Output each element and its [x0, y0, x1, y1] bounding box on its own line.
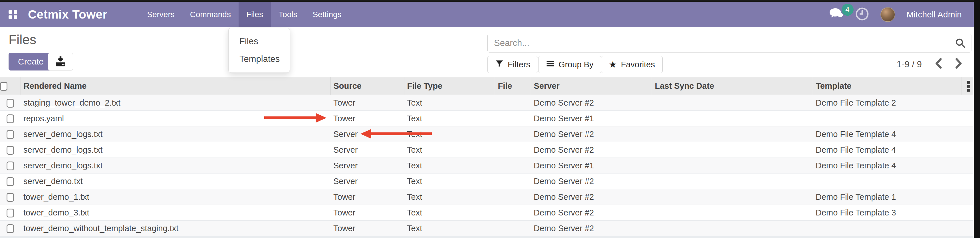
cell-server[interactable]: Demo Server #2 — [531, 221, 652, 236]
cell-last-sync-date[interactable] — [652, 158, 813, 173]
cell-server[interactable]: Demo Server #2 — [531, 95, 652, 111]
column-header-file[interactable]: File — [495, 77, 531, 95]
cell-server[interactable]: Demo Server #1 — [531, 158, 652, 173]
apps-grid-icon[interactable] — [9, 10, 17, 19]
cell-source[interactable]: Server — [331, 158, 404, 173]
cell-source[interactable]: Tower — [331, 95, 404, 111]
row-checkbox[interactable] — [6, 162, 14, 170]
table-row[interactable]: server_demo.txt Server Text Demo Server … — [0, 173, 973, 189]
cell-last-sync-date[interactable] — [652, 173, 813, 189]
group-by-button[interactable]: Group By — [538, 56, 601, 73]
cell-rendered-name[interactable]: server_demo_logs.txt — [21, 158, 331, 173]
cell-file[interactable] — [495, 221, 531, 236]
cell-file-type[interactable]: Text — [404, 95, 495, 111]
cell-last-sync-date[interactable] — [652, 221, 813, 236]
avatar[interactable] — [880, 7, 895, 22]
cell-template[interactable] — [813, 111, 961, 127]
cell-template[interactable] — [813, 173, 961, 189]
menu-item-settings[interactable]: Settings — [305, 2, 349, 27]
favorites-button[interactable]: ★ Favorites — [601, 56, 663, 73]
search-icon[interactable] — [955, 38, 966, 50]
cell-file-type[interactable]: Text — [404, 221, 495, 236]
menu-item-servers[interactable]: Servers — [139, 2, 182, 27]
row-checkbox[interactable] — [6, 177, 14, 186]
row-checkbox[interactable] — [6, 114, 14, 123]
cell-template[interactable]: Demo File Template 4 — [813, 142, 961, 158]
cell-source[interactable]: Server — [331, 142, 404, 158]
create-button[interactable]: Create — [9, 53, 53, 70]
cell-template[interactable]: Demo File Template 4 — [813, 158, 961, 173]
cell-file[interactable] — [495, 127, 531, 142]
row-checkbox[interactable] — [6, 99, 14, 108]
cell-rendered-name[interactable]: tower_demo_1.txt — [21, 189, 331, 205]
cell-file-type[interactable]: Text — [404, 142, 495, 158]
user-menu[interactable]: Mitchell Admin — [907, 10, 962, 19]
cell-server[interactable]: Demo Server #2 — [531, 127, 652, 142]
cell-server[interactable]: Demo Server #2 — [531, 142, 652, 158]
column-header-file-type[interactable]: File Type — [404, 77, 495, 95]
cell-template[interactable]: Demo File Template 4 — [813, 127, 961, 142]
cell-file-type[interactable]: Text — [404, 205, 495, 221]
cell-rendered-name[interactable]: server_demo_logs.txt — [21, 127, 331, 142]
menu-item-tools[interactable]: Tools — [271, 2, 305, 27]
cell-server[interactable]: Demo Server #2 — [531, 205, 652, 221]
cell-source[interactable]: Server — [331, 127, 404, 142]
table-row[interactable]: server_demo_logs.txt Server Text Demo Se… — [0, 142, 973, 158]
cell-rendered-name[interactable]: repos.yaml — [21, 111, 331, 127]
activities-button[interactable] — [855, 7, 869, 22]
cell-file[interactable] — [495, 111, 531, 127]
cell-file-type[interactable]: Text — [404, 189, 495, 205]
cell-file-type[interactable]: Text — [404, 173, 495, 189]
cell-file-type[interactable]: Text — [404, 158, 495, 173]
table-row[interactable]: tower_demo_without_template_staging.txt … — [0, 221, 973, 236]
dropdown-item-templates[interactable]: Templates — [229, 50, 290, 68]
dropdown-item-files[interactable]: Files — [229, 33, 290, 50]
row-checkbox[interactable] — [6, 193, 14, 202]
cell-source[interactable]: Server — [331, 173, 404, 189]
cell-last-sync-date[interactable] — [652, 111, 813, 127]
cell-rendered-name[interactable]: server_demo.txt — [21, 173, 331, 189]
cell-file[interactable] — [495, 142, 531, 158]
cell-template[interactable]: Demo File Template 2 — [813, 95, 961, 111]
cell-template[interactable]: Demo File Template 1 — [813, 189, 961, 205]
cell-server[interactable]: Demo Server #2 — [531, 189, 652, 205]
table-row[interactable]: tower_demo_1.txt Tower Text Demo Server … — [0, 189, 973, 205]
column-header-last-sync-date[interactable]: Last Sync Date — [652, 77, 813, 95]
row-checkbox[interactable] — [6, 130, 14, 139]
cell-source[interactable]: Tower — [331, 205, 404, 221]
cell-server[interactable]: Demo Server #2 — [531, 173, 652, 189]
cell-file[interactable] — [495, 205, 531, 221]
cell-source[interactable]: Tower — [331, 221, 404, 236]
cell-rendered-name[interactable]: tower_demo_without_template_staging.txt — [21, 221, 331, 236]
cell-last-sync-date[interactable] — [652, 95, 813, 111]
cell-last-sync-date[interactable] — [652, 127, 813, 142]
row-checkbox[interactable] — [6, 146, 14, 155]
cell-file-type[interactable]: Text — [404, 127, 495, 142]
column-options-icon[interactable] — [967, 81, 970, 92]
cell-file[interactable] — [495, 173, 531, 189]
cell-last-sync-date[interactable] — [652, 189, 813, 205]
table-row[interactable]: server_demo_logs.txt Server Text Demo Se… — [0, 158, 973, 173]
select-all-checkbox[interactable] — [0, 82, 8, 91]
table-row[interactable]: tower_demo_3.txt Tower Text Demo Server … — [0, 205, 973, 221]
cell-rendered-name[interactable]: staging_tower_demo_2.txt — [21, 95, 331, 111]
cell-source[interactable]: Tower — [331, 111, 404, 127]
row-checkbox[interactable] — [6, 209, 14, 217]
table-row[interactable]: staging_tower_demo_2.txt Tower Text Demo… — [0, 95, 973, 111]
pager-next-button[interactable] — [955, 58, 963, 71]
cell-last-sync-date[interactable] — [652, 142, 813, 158]
cell-file[interactable] — [495, 189, 531, 205]
cell-server[interactable]: Demo Server #1 — [531, 111, 652, 127]
table-row[interactable]: server_demo_logs.txt Server Text Demo Se… — [0, 127, 973, 142]
messages-button[interactable]: 4 — [829, 8, 844, 21]
cell-rendered-name[interactable]: tower_demo_3.txt — [21, 205, 331, 221]
cell-rendered-name[interactable]: server_demo_logs.txt — [21, 142, 331, 158]
filters-button[interactable]: Filters — [487, 56, 538, 73]
column-header-template[interactable]: Template — [813, 77, 961, 95]
search-input[interactable] — [487, 34, 971, 52]
brand-title[interactable]: Cetmix Tower — [28, 8, 107, 21]
cell-file-type[interactable]: Text — [404, 111, 495, 127]
cell-file[interactable] — [495, 158, 531, 173]
column-header-rendered-name[interactable]: Rendered Name — [21, 77, 331, 95]
cell-template[interactable] — [813, 221, 961, 236]
